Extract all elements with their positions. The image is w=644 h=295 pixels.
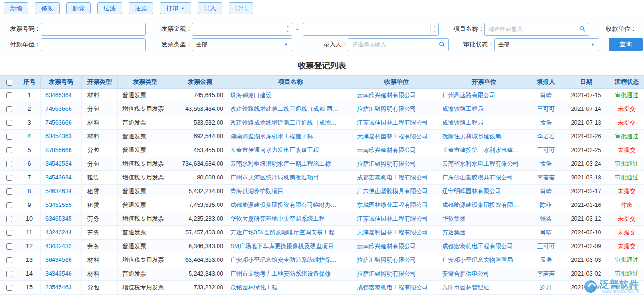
receipt-unit-link[interactable]: 拉萨汇融照明有限公司 — [357, 106, 416, 112]
search-icon[interactable] — [579, 26, 586, 34]
filler-link[interactable]: 李若若 — [537, 133, 555, 140]
invoice-type-select[interactable]: 全部 ▼ — [192, 38, 292, 51]
filter-button[interactable]: 过滤 — [97, 2, 122, 14]
row-checkbox[interactable] — [6, 175, 12, 181]
billing-unit-link[interactable]: 成都宏泰机电工程有限公司 — [442, 243, 513, 250]
filler-link[interactable]: 肖晴 — [540, 229, 552, 236]
invoice-number-link[interactable]: 23545463 — [45, 284, 72, 291]
print-button[interactable]: 打印▼ — [160, 2, 191, 14]
receipt-unit-link[interactable]: 天津嘉利园林工程有限公司 — [357, 133, 428, 140]
invoice-number-link[interactable]: 74563666 — [45, 119, 72, 126]
project-name-link[interactable]: 华软大厦研究基地中央空调系统工程 — [230, 215, 325, 222]
project-name-link[interactable]: 改建铁路成渝线增建第二直通线（成渝… — [230, 119, 337, 126]
entry-person-input[interactable] — [348, 38, 449, 51]
row-checkbox[interactable] — [6, 147, 12, 153]
amount-to-stepper[interactable]: ▲▼ — [430, 23, 438, 35]
receipt-unit-link[interactable]: 成都宏泰机电工程有限公司 — [357, 284, 428, 291]
restore-button[interactable]: 还原 — [129, 2, 153, 14]
billing-unit-link[interactable]: 成渝铁路工程局 — [442, 106, 484, 112]
filler-link[interactable]: 王可可 — [537, 243, 555, 250]
invoice-number-link[interactable]: 36434566 — [45, 257, 72, 263]
filler-link[interactable]: 王可可 — [537, 147, 555, 153]
search-button[interactable]: 查询 — [609, 38, 643, 51]
invoice-number-link[interactable]: 53452555 — [45, 202, 72, 208]
receipt-unit-link[interactable]: 云南欣兴建材有限公司 — [357, 92, 416, 98]
receipt-unit-link[interactable]: 广东佛山塑胶模具有限公司 — [357, 188, 428, 195]
import-button[interactable]: 导入 — [198, 2, 222, 14]
filler-link[interactable]: 肖晴 — [540, 188, 552, 195]
filler-link[interactable]: 陈菲 — [540, 202, 552, 208]
row-checkbox[interactable] — [6, 216, 12, 222]
project-name-link[interactable]: 成都能源建设集团投资有限公司临时办… — [230, 202, 337, 208]
billing-unit-link[interactable]: 安徽合肥供电公司 — [442, 270, 489, 277]
filler-link[interactable]: 李若若 — [537, 174, 555, 181]
filler-link[interactable]: 孟浩 — [540, 119, 552, 126]
select-all-checkbox[interactable] — [6, 80, 12, 86]
billing-unit-link[interactable]: 云南省水利水电工程有限公司 — [442, 161, 519, 167]
billing-unit-link[interactable]: 广州高速路有限公司 — [442, 92, 496, 98]
filler-link[interactable]: 王可可 — [537, 106, 555, 112]
receipt-unit-link[interactable]: 拉萨汇融照明有限公司 — [357, 257, 416, 263]
billing-unit-link[interactable]: 长春市建投第一水利水电建… — [442, 147, 519, 153]
row-checkbox[interactable] — [6, 161, 12, 167]
billing-unit-link[interactable]: 万达集团 — [442, 229, 466, 236]
billing-unit-link[interactable]: 成都能源建设集团投资有限… — [442, 202, 519, 208]
invoice-number-link[interactable]: 43243244 — [45, 229, 72, 236]
receipt-unit-link[interactable]: 天津嘉利园林工程有限公司 — [357, 229, 428, 236]
invoice-number-link[interactable]: 74563666 — [45, 106, 72, 112]
amount-from-stepper[interactable]: ▲▼ — [284, 23, 292, 35]
filler-link[interactable]: 李若若 — [537, 270, 555, 277]
row-checkbox[interactable] — [6, 92, 12, 98]
project-name-link[interactable]: 云南水利枢纽潜明水库一期工程施工标 — [230, 161, 331, 167]
project-name-link[interactable]: 广州市文物考古工地安防系统设备保修 — [230, 270, 331, 277]
search-icon[interactable] — [439, 41, 445, 49]
filler-link[interactable]: 孟浩 — [540, 257, 552, 263]
edit-button[interactable]: 修改 — [35, 2, 60, 14]
payment-unit-input[interactable] — [41, 38, 146, 51]
receipt-unit-link[interactable]: 江苏诚佳园林工程有限公司 — [357, 119, 428, 126]
amount-from-input[interactable] — [192, 23, 292, 36]
invoice-number-input[interactable] — [41, 23, 146, 36]
billing-unit-link[interactable]: 成渝铁路工程局 — [442, 119, 484, 126]
invoice-number-link[interactable]: 54634634 — [45, 188, 72, 195]
filler-link[interactable]: 肖晴 — [540, 92, 552, 98]
filler-link[interactable]: 张鑫 — [540, 215, 552, 222]
project-name-link[interactable]: 广州市天河区统计局机房改造项目 — [230, 174, 319, 181]
project-name-link[interactable]: 湖南洞庭湖水库引水工程施工标 — [230, 133, 313, 140]
project-name-link[interactable]: 万达广场35#会所及咖啡厅空调安装工程 — [230, 229, 335, 236]
project-name-link[interactable]: 长春市伊通河水力发电厂改建工程 — [230, 147, 319, 153]
receipt-unit-link[interactable]: 拉萨汇融照明有限公司 — [357, 161, 416, 167]
row-checkbox[interactable] — [6, 257, 12, 263]
invoice-number-link[interactable]: 87855666 — [45, 147, 72, 153]
billing-unit-link[interactable]: 广安邓小平纪念文物管理局 — [442, 257, 513, 263]
invoice-number-link[interactable]: 63454363 — [45, 133, 72, 140]
receipt-unit-link[interactable]: 拉萨汇融照明有限公司 — [357, 270, 416, 277]
invoice-number-link[interactable]: 63465345 — [45, 215, 72, 222]
row-checkbox[interactable] — [6, 202, 12, 208]
invoice-number-link[interactable]: 34543634 — [45, 174, 72, 181]
row-checkbox[interactable] — [6, 285, 12, 291]
amount-to-input[interactable] — [303, 23, 439, 36]
row-checkbox[interactable] — [6, 271, 12, 277]
project-name-link[interactable]: 珠海鹤港口建设 — [230, 92, 272, 98]
invoice-number-link[interactable]: 63465364 — [45, 92, 72, 98]
add-button[interactable]: 新增 — [4, 2, 28, 14]
receipt-unit-link[interactable]: 成都宏泰机电工程有限公司 — [357, 174, 428, 181]
filler-link[interactable]: 罗丹 — [540, 284, 552, 291]
row-checkbox[interactable] — [6, 106, 12, 112]
project-name-link[interactable]: SM广场地下车库更换摄像机及硬盘项目 — [230, 243, 334, 250]
row-checkbox[interactable] — [6, 188, 12, 195]
billing-unit-link[interactable]: 东阳市园林管理处 — [442, 284, 489, 291]
billing-unit-link[interactable]: 华软集团 — [442, 215, 466, 222]
invoice-number-link[interactable]: 34542534 — [45, 161, 72, 167]
export-button[interactable]: 导出 — [229, 2, 253, 14]
approval-status-select[interactable]: 全部 ▼ — [494, 38, 599, 51]
filler-link[interactable]: 孟浩 — [540, 161, 552, 167]
project-name-link[interactable]: 改建铁路线增建第二线直通线（成都-西… — [230, 106, 339, 112]
billing-unit-link[interactable]: 广东佛山塑胶模具有限公司 — [442, 174, 513, 181]
billing-unit-link[interactable]: 辽宁明晖园林有限公司 — [442, 188, 501, 195]
row-checkbox[interactable] — [6, 243, 12, 250]
delete-button[interactable]: 删除 — [66, 2, 91, 14]
receipt-unit-link[interactable]: 云南欣兴建材有限公司 — [357, 243, 416, 250]
project-name-link[interactable]: 青海洪湖养护院项目 — [230, 188, 284, 195]
